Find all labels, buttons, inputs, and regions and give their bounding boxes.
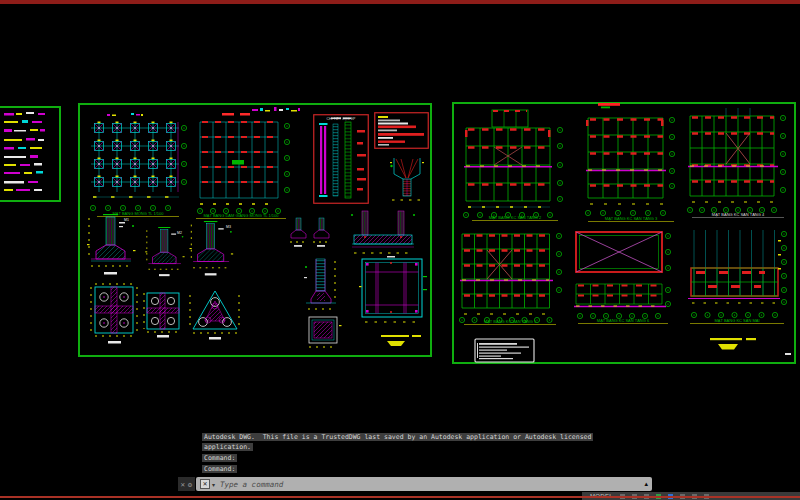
framing-plan-4-caption[interactable]: MẶT BẰNG KC SÀN TẦNG 5	[464, 319, 556, 325]
framing-plan-5-drawing[interactable]	[572, 228, 674, 322]
command-window-controls[interactable]: ✕ ⚙	[178, 477, 195, 491]
command-history-prompt-1: Command:	[202, 454, 237, 463]
framing-sheet[interactable]: MẶT BẰNG KC SÀN TẦNG 2 MẶT BẰNG KC SÀN T…	[452, 102, 796, 364]
white-tick-mark[interactable]	[785, 353, 791, 355]
double-column-section-drawing[interactable]	[350, 209, 416, 259]
command-history-message-1: Autodesk DWG. This file is a TrustedDWG …	[202, 433, 593, 442]
foundation-plan-drawing[interactable]	[87, 112, 193, 216]
command-input[interactable]	[218, 479, 640, 490]
framing-plan-4-drawing[interactable]	[458, 228, 564, 324]
pier-detail-drawing[interactable]	[304, 257, 338, 317]
autocad-window: MẶT BẰNG MÓNG TL 1/100 MẶT BẰNG DẦM GIẰN…	[0, 0, 800, 500]
command-input-bar[interactable]: ✕ ▾ ▴	[196, 477, 652, 491]
footing-label-m2[interactable]: M2	[177, 231, 182, 235]
footing-label-m3[interactable]: M3	[226, 225, 231, 229]
command-box-icon[interactable]: ✕	[200, 479, 210, 489]
footing-section-2-drawing[interactable]	[142, 227, 189, 292]
chevron-down-icon[interactable]: ▾	[212, 481, 215, 488]
framing-plan-5-caption[interactable]: MẶT BẰNG KC SÀN TẦNG 6	[578, 318, 668, 324]
framing-plan-3-drawing[interactable]	[686, 106, 790, 216]
rebar-legend-panel-drawing[interactable]	[374, 112, 429, 149]
detail-strip-sheet[interactable]	[0, 106, 61, 202]
large-cap-detail-drawing[interactable]	[359, 256, 429, 328]
framing-plan-1-drawing[interactable]	[462, 108, 568, 220]
pile-cap-plan-1-drawing[interactable]	[90, 283, 140, 347]
scale-marks-drawing[interactable]	[379, 333, 427, 349]
pile-cap-plan-3-drawing[interactable]	[189, 287, 241, 343]
framing-plan-6-caption[interactable]: MẶT BẰNG KC SÀN MÁI	[690, 318, 784, 324]
pile-cap-plan-2-drawing[interactable]	[143, 289, 183, 341]
framing-plan-6-drawing[interactable]	[684, 228, 790, 322]
footing-label-m1[interactable]: M1	[124, 218, 129, 222]
footing-section-1-drawing[interactable]	[87, 214, 137, 294]
customize-icon[interactable]: ⚙	[187, 481, 192, 488]
command-history-prompt-2: Command:	[202, 465, 237, 474]
top-red-mark-drawing[interactable]	[598, 103, 624, 110]
scale-marks-right-drawing[interactable]	[708, 336, 780, 352]
annotation-cluster-drawing[interactable]	[250, 103, 302, 116]
foundation-sheet[interactable]: MẶT BẰNG MÓNG TL 1/100 MẶT BẰNG DẦM GIẰN…	[78, 103, 432, 357]
close-icon[interactable]: ✕	[180, 481, 185, 488]
mini-sections-drawing[interactable]	[288, 212, 332, 254]
framing-plan-2-drawing[interactable]	[584, 110, 678, 218]
framing-plan-3-caption[interactable]: MẶT BẰNG KC SÀN TẦNG 4	[692, 212, 784, 218]
pile-detail-panel-drawing[interactable]	[313, 114, 369, 204]
hatched-plan-drawing[interactable]	[307, 315, 343, 349]
history-scroll-arrow-icon[interactable]: ▴	[644, 480, 648, 488]
notes-table-drawing[interactable]	[474, 338, 536, 364]
window-top-border	[0, 0, 800, 4]
grade-beam-plan-drawing[interactable]	[192, 112, 292, 216]
footing-section-3-drawing[interactable]	[188, 221, 236, 293]
detail-strip-drawing[interactable]	[0, 109, 54, 195]
grade-beam-plan-caption[interactable]: MẶT BẰNG DẦM GIẰNG MÓNG TL 1/100	[196, 213, 286, 219]
framing-plan-2-caption[interactable]: MẶT BẰNG KC SÀN TẦNG 3	[588, 216, 674, 222]
command-history-message-2: application.	[202, 443, 253, 452]
window-bottom-border	[0, 496, 800, 498]
pile-cap-section-drawing[interactable]	[390, 152, 424, 204]
framing-plan-1-caption[interactable]: MẶT BẰNG KC SÀN TẦNG 2	[472, 215, 558, 221]
pile-panel-title[interactable]: CHI TIẾT CỌC ÉP	[316, 117, 366, 121]
